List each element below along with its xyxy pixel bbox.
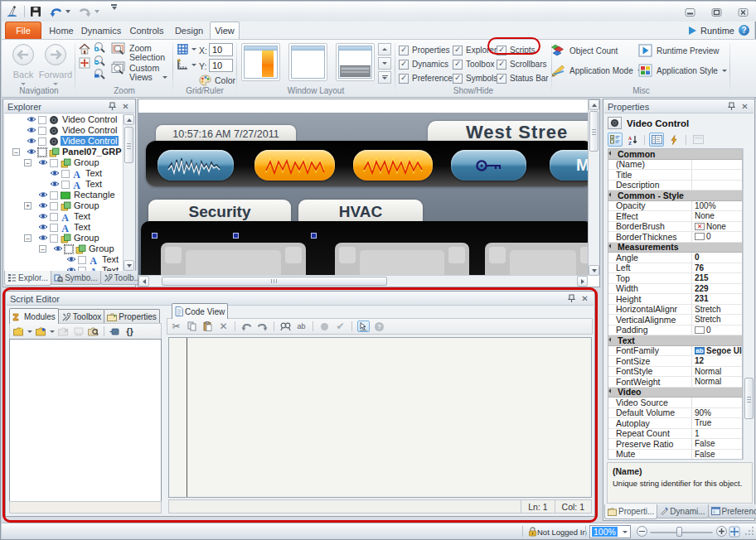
property-category-measurements[interactable]: Measurements bbox=[608, 243, 742, 253]
ruler-dropdown[interactable] bbox=[191, 64, 196, 66]
properties-scrollbar[interactable] bbox=[743, 148, 754, 460]
property-value[interactable]: 215 bbox=[692, 273, 742, 283]
tree-item-text[interactable]: AText bbox=[5, 265, 125, 271]
zoom-home-button[interactable] bbox=[79, 43, 90, 55]
visibility-eye-icon[interactable] bbox=[38, 223, 48, 233]
property-row-default-volume[interactable]: Default Volume90% bbox=[608, 408, 742, 419]
property-value[interactable]: Stretch bbox=[692, 315, 742, 325]
tab-modules[interactable]: Modules bbox=[9, 308, 59, 324]
tree-checkbox[interactable] bbox=[38, 127, 46, 135]
tree-item-text[interactable]: AText bbox=[5, 168, 125, 179]
tab-toolbox[interactable]: Toolbox bbox=[58, 309, 104, 324]
property-value[interactable]: Normal bbox=[692, 377, 742, 387]
scroll-right-button[interactable] bbox=[577, 276, 588, 287]
tree-item-group[interactable]: –Group bbox=[5, 243, 125, 254]
equipment-panel[interactable] bbox=[485, 243, 588, 276]
zoom-in-button[interactable] bbox=[93, 41, 106, 55]
mode-button[interactable]: MO bbox=[550, 150, 588, 181]
trend-button-1[interactable] bbox=[158, 150, 234, 181]
tree-checkbox[interactable] bbox=[50, 234, 58, 243]
tree-checkbox[interactable] bbox=[78, 256, 86, 264]
showhide-checkbox-status-bar[interactable]: Status Bar bbox=[497, 73, 549, 84]
scroll-thumb[interactable] bbox=[124, 127, 133, 163]
tree-expander-collapse[interactable]: – bbox=[24, 234, 32, 242]
braces-button[interactable]: {} bbox=[124, 325, 136, 337]
showhide-checkbox-properties[interactable]: Properties bbox=[399, 45, 450, 55]
property-row-fontstyle[interactable]: FontStyleNormal bbox=[608, 367, 742, 378]
undo-button[interactable] bbox=[48, 4, 64, 19]
new-module-button[interactable] bbox=[12, 325, 25, 337]
cut-button[interactable]: ✂ bbox=[170, 321, 182, 332]
custom-views-button[interactable] bbox=[111, 61, 127, 75]
property-value[interactable]: Normal bbox=[692, 367, 742, 377]
visibility-eye-icon[interactable] bbox=[27, 137, 36, 147]
tree-checkbox[interactable] bbox=[38, 116, 46, 124]
tree-item-text[interactable]: AText bbox=[5, 254, 125, 265]
property-value[interactable]: True bbox=[692, 418, 742, 428]
code-redo-button[interactable] bbox=[256, 321, 269, 332]
tree-item-label[interactable]: Group bbox=[87, 243, 116, 253]
property-row-left[interactable]: Left76 bbox=[608, 263, 742, 274]
tree-expander-collapse[interactable]: – bbox=[12, 148, 20, 156]
code-editor-area[interactable] bbox=[168, 337, 592, 498]
scroll-thumb[interactable] bbox=[589, 111, 598, 152]
fit-to-window-button[interactable] bbox=[729, 526, 740, 539]
showhide-checkbox-dynamics[interactable]: Dynamics bbox=[399, 59, 448, 70]
chip-button[interactable] bbox=[109, 325, 121, 337]
grid-dropdown[interactable] bbox=[191, 48, 196, 51]
property-row-repeat-count[interactable]: Repeat Count1 bbox=[608, 429, 742, 440]
tree-expander-collapse[interactable]: – bbox=[24, 159, 32, 166]
tab-controls[interactable]: Controls bbox=[126, 22, 167, 39]
checkbox-checked-icon[interactable] bbox=[399, 60, 409, 70]
tree-expander-expand[interactable]: + bbox=[24, 202, 32, 210]
scroll-up-button[interactable] bbox=[124, 114, 134, 125]
hmi-display[interactable]: 10:57:16 AM 7/27/2011 West Stree bbox=[138, 113, 588, 276]
property-row-angle[interactable]: Angle0 bbox=[608, 253, 742, 263]
design-canvas[interactable]: 10:57:16 AM 7/27/2011 West Stree bbox=[138, 99, 600, 287]
tree-checkbox[interactable] bbox=[38, 137, 46, 146]
key-button[interactable] bbox=[451, 150, 526, 181]
find-button[interactable] bbox=[279, 321, 292, 332]
property-row-opacity[interactable]: Opacity100% bbox=[608, 201, 742, 212]
categorized-view-button[interactable]: + bbox=[608, 133, 623, 147]
tree-checkbox[interactable] bbox=[50, 202, 58, 210]
scroll-thumb[interactable] bbox=[744, 378, 754, 419]
forward-button[interactable] bbox=[45, 44, 66, 65]
application-style-dropdown[interactable] bbox=[722, 70, 727, 72]
selection-handle[interactable] bbox=[233, 233, 239, 239]
resize-grip[interactable] bbox=[744, 526, 754, 538]
tree-item-text[interactable]: AText bbox=[5, 222, 125, 233]
trend-button-2[interactable] bbox=[254, 150, 335, 181]
tree-item-group[interactable]: +Group bbox=[5, 200, 125, 211]
property-value[interactable]: 90% bbox=[692, 408, 742, 418]
property-value[interactable]: 0 bbox=[692, 232, 742, 242]
property-category-common-style[interactable]: Common - Style bbox=[608, 190, 742, 201]
explorer-close-icon[interactable]: ✕ bbox=[120, 101, 131, 112]
visibility-eye-icon[interactable] bbox=[27, 115, 36, 125]
tree-item-label[interactable]: Video Control bbox=[61, 125, 119, 135]
visibility-eye-icon[interactable] bbox=[38, 212, 48, 222]
custom-views-dropdown[interactable] bbox=[162, 76, 167, 79]
dock-tab-symbols[interactable]: Symbo... bbox=[51, 271, 100, 285]
property-value[interactable]: 0 bbox=[692, 253, 742, 263]
tree-item-video-control[interactable]: Video Control bbox=[5, 136, 125, 147]
visibility-eye-icon[interactable] bbox=[38, 158, 48, 168]
property-row-autoplay[interactable]: AutoplayTrue bbox=[608, 418, 742, 429]
window-layout-option-2[interactable] bbox=[288, 43, 327, 81]
extended-properties-button[interactable] bbox=[691, 133, 705, 147]
application-style-button[interactable]: Application Style bbox=[638, 64, 727, 77]
visibility-eye-icon[interactable] bbox=[53, 244, 63, 254]
zoom-combobox[interactable]: 100% bbox=[589, 525, 631, 538]
property-value[interactable] bbox=[692, 160, 742, 170]
tree-item-rectangle[interactable]: Rectangle bbox=[5, 190, 125, 200]
window-layout-scroll-down[interactable] bbox=[378, 57, 391, 70]
property-value[interactable]: abSegoe UI bbox=[692, 346, 742, 356]
tree-checkbox[interactable] bbox=[50, 159, 58, 167]
property-row-width[interactable]: Width229 bbox=[608, 284, 742, 295]
visibility-eye-icon[interactable] bbox=[38, 201, 48, 211]
explorer-pin-icon[interactable] bbox=[107, 101, 118, 112]
window-layout-option-1[interactable] bbox=[241, 43, 280, 81]
save-button[interactable] bbox=[28, 4, 43, 19]
selection-handle[interactable] bbox=[152, 233, 158, 239]
property-value[interactable]: 1 bbox=[692, 429, 742, 439]
